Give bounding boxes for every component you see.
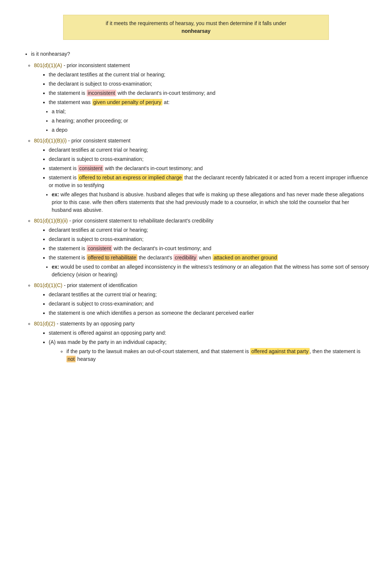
section-2-item-3: the statement is offered to rehabilitate…	[49, 254, 370, 262]
section-1-item-1: declarant is subject to cross-examinatio…	[49, 155, 370, 163]
sections-list: 801(d)(1)(A) - prior inconsistent statem…	[22, 62, 370, 363]
subitem-0-0: a trial;	[52, 108, 370, 115]
section-801(d)(1)(B)(i): 801(d)(1)(B)(i) - prior consistent state…	[34, 137, 370, 214]
section-id-4: 801(d)(2) - statements by an opposing pa…	[34, 321, 134, 327]
section-id-0: 801(d)(1)(A) - prior inconsistent statem…	[34, 62, 130, 68]
section-801(d)(1)(A): 801(d)(1)(A) - prior inconsistent statem…	[34, 62, 370, 134]
subitem-0-2: a depo	[52, 126, 370, 134]
header-box: if it meets the requirements of hearsay,…	[63, 15, 329, 40]
header-line1: if it meets the requirements of hearsay,…	[71, 20, 321, 27]
subrule-4-0: (A) was made by the party in an individu…	[49, 338, 370, 363]
section-4-item-0: statement is offered against an opposing…	[49, 329, 370, 337]
section-3-item-1: declarant is subject to cross-examinatio…	[49, 300, 370, 308]
section-1-item-3: statement is offered to rebut an express…	[49, 174, 370, 189]
section-801(d)(1)(C): 801(d)(1)(C) - prior statement of identi…	[34, 282, 370, 317]
example-1: ex: wife alleges that husband is abusive…	[52, 191, 370, 214]
section-2-item-1: declarant is subject to cross-examinatio…	[49, 235, 370, 243]
header-line2: nonhearsay	[71, 27, 321, 35]
section-id-3: 801(d)(1)(C) - prior statement of identi…	[34, 282, 137, 288]
section-1-item-2: statement is consistent with the declara…	[49, 165, 370, 172]
section-1-item-0: declarant testifies at current trial or …	[49, 146, 370, 154]
section-2-item-2: the statement is consistent with the dec…	[49, 245, 370, 252]
section-801(d)(1)(B)(ii): 801(d)(1)(B)(ii) - prior consistent stat…	[34, 217, 370, 279]
section-0-item-0: the declarant testifies at the current t…	[49, 71, 370, 79]
section-0-item-3: the statement was given under penalty of…	[49, 99, 370, 106]
top-bullet: is it nonhearsay?	[31, 50, 370, 58]
sub-rule-item-4-0-0: if the party to the lawsuit makes an out…	[66, 348, 370, 363]
section-0-item-1: the declarant is subject to cross-examin…	[49, 80, 370, 88]
section-id-2: 801(d)(1)(B)(ii) - prior consistent stat…	[34, 218, 213, 224]
sections-container: 801(d)(1)(A) - prior inconsistent statem…	[22, 62, 370, 363]
section-2-item-0: declarant testifies at current trial or …	[49, 226, 370, 234]
section-801(d)(2): 801(d)(2) - statements by an opposing pa…	[34, 320, 370, 363]
subitem-0-1: a hearing; another proceeding; or	[52, 117, 370, 125]
section-3-item-0: declarant testifies at the current trial…	[49, 291, 370, 299]
example-2: ex: would be used to combat an alleged i…	[52, 263, 370, 279]
section-id-1: 801(d)(1)(B)(i) - prior consistent state…	[34, 138, 130, 144]
main-list: is it nonhearsay?	[22, 50, 370, 58]
section-3-item-2: the statement is one which identifies a …	[49, 309, 370, 317]
section-0-item-2: the statement is inconsistent with the d…	[49, 89, 370, 97]
